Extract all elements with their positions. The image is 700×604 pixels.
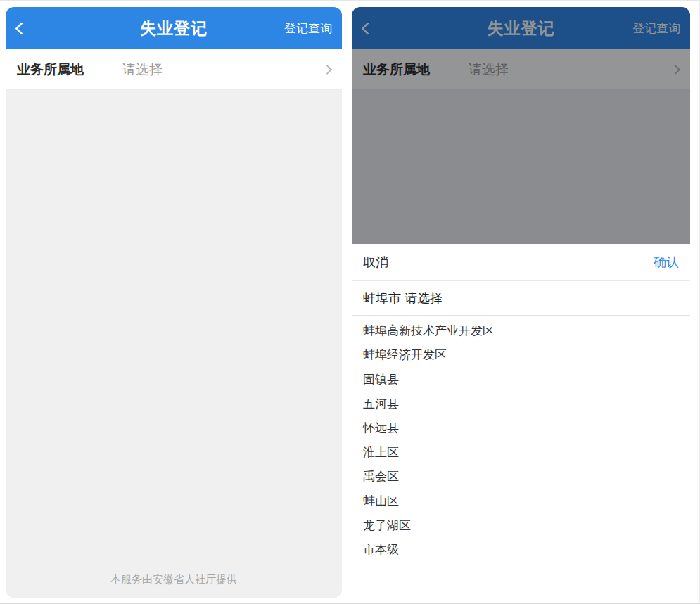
screenshot-pair: 失业登记 登记查询 业务所属地 请选择 本服务由安徽省人社厅提供 失业登记 登记… [0,0,700,604]
district-option[interactable]: 固镇县 [352,367,690,392]
district-option[interactable]: 市本级 [352,537,690,562]
screen-body: 本服务由安徽省人社厅提供 [6,90,342,598]
provider-note: 本服务由安徽省人社厅提供 [6,573,342,586]
district-option[interactable]: 五河县 [352,392,690,416]
district-picker-sheet: 取消 确认 蚌埠市 请选择 蚌埠高新技术产业开发区 蚌埠经济开发区 固镇县 五河… [352,244,690,603]
chevron-right-icon [322,64,332,74]
back-button[interactable] [17,18,37,38]
district-option[interactable]: 禹会区 [352,465,690,489]
registration-query-button[interactable]: 登记查询 [284,20,332,37]
business-location-placeholder: 请选择 [122,60,163,79]
app-header: 失业登记 登记查询 [6,7,342,49]
district-option[interactable]: 淮上区 [352,440,690,465]
district-option[interactable]: 怀远县 [352,416,690,440]
screen-form: 失业登记 登记查询 业务所属地 请选择 本服务由安徽省人社厅提供 [6,7,342,598]
district-option[interactable]: 蚌山区 [352,489,690,513]
business-location-label: 业务所属地 [17,60,122,79]
district-option[interactable]: 蚌埠经济开发区 [352,343,690,368]
screen-picker: 失业登记 登记查询 业务所属地 请选择 取消 确认 蚌埠市 请选择 蚌埠高新技术… [352,7,690,603]
business-location-row[interactable]: 业务所属地 请选择 [6,49,342,90]
back-chevron-icon [15,22,27,34]
confirm-button[interactable]: 确认 [654,254,679,271]
picker-action-bar: 取消 确认 [352,244,690,281]
cancel-button[interactable]: 取消 [363,254,388,271]
district-option[interactable]: 龙子湖区 [352,513,690,538]
district-option[interactable]: 蚌埠高新技术产业开发区 [352,319,690,343]
district-option-list: 蚌埠高新技术产业开发区 蚌埠经济开发区 固镇县 五河县 怀远县 淮上区 禹会区 … [352,316,690,562]
picker-selected-path[interactable]: 蚌埠市 请选择 [352,281,690,316]
